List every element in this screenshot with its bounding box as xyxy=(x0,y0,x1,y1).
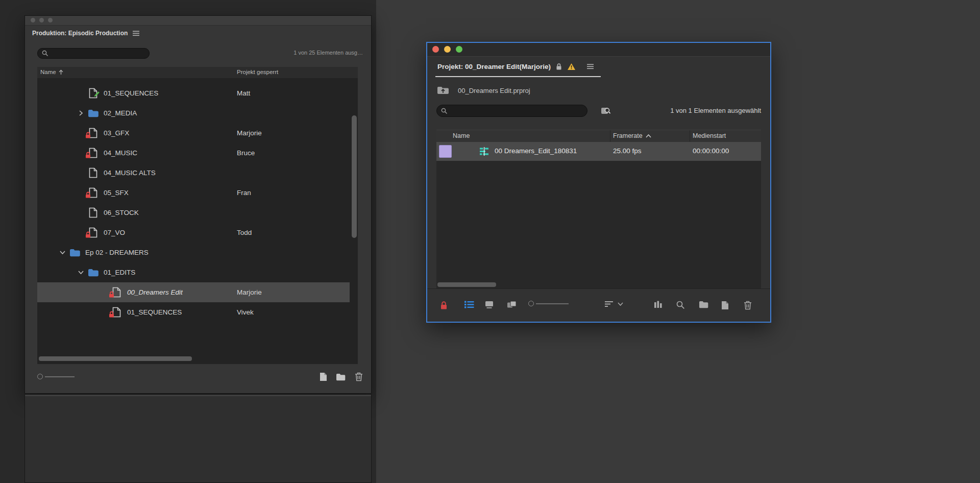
new-item-icon[interactable] xyxy=(320,372,327,381)
chevron-right-icon[interactable] xyxy=(74,110,87,116)
project-icon xyxy=(87,207,99,218)
project-locked-icon xyxy=(440,301,448,310)
row-02-media[interactable]: 02_MEDIA xyxy=(37,103,350,123)
horizontal-scrollbar[interactable] xyxy=(437,282,496,287)
project-locked-icon xyxy=(87,148,99,158)
row-ep02-dreamers[interactable]: Ep 02 - DREAMERS xyxy=(37,243,350,262)
tab-production[interactable]: Produktion: Episodic Production xyxy=(32,30,128,37)
project-locked-icon xyxy=(87,128,99,138)
traffic-lights xyxy=(432,46,462,53)
close-button[interactable] xyxy=(31,18,35,22)
row-04-music[interactable]: 04_MUSIC Bruce xyxy=(37,143,350,163)
column-header-row: Name Framerate Medienstart xyxy=(436,130,761,142)
create-search-bin-icon[interactable] xyxy=(600,105,612,116)
project-editing-icon xyxy=(87,88,99,99)
selection-status: 1 von 25 Elementen ausg… xyxy=(293,50,363,56)
row-00-dreamers-edit-180831[interactable]: 00 Dreamers_Edit_180831 25.00 fps 00:00:… xyxy=(436,142,761,161)
search-icon xyxy=(441,108,448,114)
new-bin-icon[interactable] xyxy=(336,373,346,381)
maximize-button[interactable] xyxy=(48,18,53,22)
lock-icon xyxy=(556,63,562,70)
close-button[interactable] xyxy=(432,46,439,53)
find-icon[interactable] xyxy=(676,301,685,309)
production-bottom-toolbar xyxy=(25,364,371,393)
search-input[interactable] xyxy=(52,50,145,58)
project-search-row: 1 von 1 Elementen ausgewählt xyxy=(427,104,770,119)
delete-icon[interactable] xyxy=(744,301,752,310)
row-01-sequences-ep02[interactable]: 01_SEQUENCES Vivek xyxy=(37,302,350,322)
folder-icon xyxy=(87,269,99,277)
project-locked-icon xyxy=(87,187,99,198)
row-04-music-alts[interactable]: 04_MUSIC ALTS xyxy=(37,163,350,183)
desktop: { "colors": { "focus_border": "#3f7fd6",… xyxy=(0,0,980,483)
tab-project[interactable]: Projekt: 00_Dreamer Edit(Marjorie) xyxy=(435,57,601,77)
traffic-lights xyxy=(31,18,53,22)
row-05-sfx[interactable]: 05_SFX Fran xyxy=(37,183,350,203)
red-lock-icon xyxy=(85,132,91,140)
red-lock-icon xyxy=(85,152,91,160)
folder-icon xyxy=(87,109,99,117)
zoom-slider-knob[interactable] xyxy=(528,301,534,306)
project-file-name[interactable]: 00_Dreamers Edit.prproj xyxy=(458,87,530,94)
navigate-up-icon[interactable] xyxy=(436,85,450,95)
panel-menu-icon[interactable] xyxy=(587,64,594,69)
icon-view-icon[interactable] xyxy=(485,301,494,308)
window-titlebar[interactable] xyxy=(427,43,770,57)
sort-ascending-icon xyxy=(59,69,63,75)
column-header-row: Name Projekt gesperrt xyxy=(37,67,358,79)
column-header-locked-by[interactable]: Projekt gesperrt xyxy=(237,69,278,75)
new-item-icon[interactable] xyxy=(721,301,729,310)
panel-tab-bar: Produktion: Episodic Production xyxy=(25,26,371,41)
row-00-dreamers-edit-selected[interactable]: 00_Dreamers Edit Marjorie xyxy=(37,282,350,302)
horizontal-scrollbar[interactable] xyxy=(39,356,192,361)
automate-to-sequence-icon[interactable] xyxy=(654,301,663,308)
row-06-stock[interactable]: 06_STOCK xyxy=(37,203,350,223)
new-bin-icon[interactable] xyxy=(699,301,709,308)
red-lock-icon xyxy=(85,231,91,239)
red-lock-icon xyxy=(85,191,91,200)
project-locked-icon xyxy=(111,287,122,298)
row-01-sequences-ep01[interactable]: 01_SEQUENCES Matt xyxy=(37,83,350,103)
column-header-name[interactable]: Name xyxy=(40,69,63,75)
panel-menu-icon[interactable] xyxy=(133,31,139,36)
minimize-button[interactable] xyxy=(39,18,44,22)
zoom-slider[interactable] xyxy=(528,301,569,306)
green-pencil-icon xyxy=(93,90,101,99)
search-box[interactable] xyxy=(37,48,150,59)
row-07-vo[interactable]: 07_VO Todd xyxy=(37,223,350,243)
selection-status: 1 von 1 Elementen ausgewählt xyxy=(670,107,761,114)
project-icon xyxy=(87,167,99,178)
row-01-edits[interactable]: 01_EDITS xyxy=(37,262,350,282)
freeform-view-icon[interactable] xyxy=(507,301,517,308)
project-item-list: Name Framerate Medienstart 00 Dreamers_E… xyxy=(436,130,761,289)
search-box[interactable] xyxy=(436,105,587,117)
maximize-button[interactable] xyxy=(456,46,462,53)
zoom-slider-knob[interactable] xyxy=(37,374,43,379)
search-input[interactable] xyxy=(451,107,583,115)
project-bottom-toolbar xyxy=(427,288,770,322)
chevron-down-icon[interactable] xyxy=(56,251,69,254)
panel-tab-bar: Projekt: 00_Dreamer Edit(Marjorie) xyxy=(427,57,770,77)
delete-icon[interactable] xyxy=(355,372,363,381)
row-03-gfx[interactable]: 03_GFX Marjorie xyxy=(37,123,350,143)
folder-icon xyxy=(69,249,80,257)
window-titlebar[interactable] xyxy=(25,16,371,26)
chevron-down-icon[interactable] xyxy=(618,302,623,306)
partial-window-below xyxy=(24,394,372,483)
list-view-icon[interactable] xyxy=(464,301,474,308)
chevron-down-icon[interactable] xyxy=(74,271,87,274)
minimize-button[interactable] xyxy=(444,46,451,53)
zoom-slider-track[interactable] xyxy=(45,376,75,377)
sort-icon[interactable] xyxy=(605,301,623,307)
column-header-media-start[interactable]: Medienstart xyxy=(693,132,726,139)
label-color-chip[interactable] xyxy=(439,145,452,158)
production-window: Produktion: Episodic Production 1 von 25… xyxy=(24,15,372,394)
column-header-name[interactable]: Name xyxy=(453,132,470,139)
zoom-slider-track[interactable] xyxy=(536,303,569,304)
project-locked-icon xyxy=(87,227,99,238)
zoom-slider[interactable] xyxy=(37,374,75,379)
red-lock-icon xyxy=(109,291,114,299)
vertical-scrollbar[interactable] xyxy=(352,115,357,238)
warning-icon[interactable] xyxy=(567,63,576,70)
column-header-framerate[interactable]: Framerate xyxy=(613,132,651,139)
